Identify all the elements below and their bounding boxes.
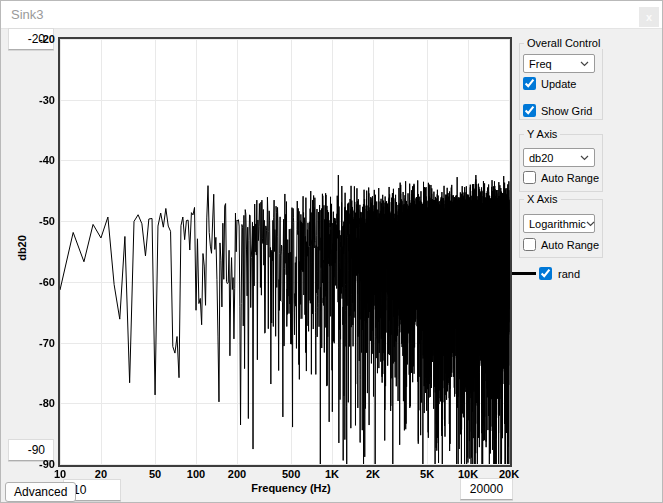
x-tick-label: 10 [40, 469, 80, 480]
chevron-down-icon [580, 155, 589, 161]
x-tick-label: 5K [407, 469, 447, 480]
x-axis-group-label: X Axis [524, 193, 561, 205]
overall-control-dropdown-value: Freq [529, 58, 552, 70]
x-tick-label: 50 [135, 469, 175, 480]
y-axis-dropdown-value: db20 [529, 152, 553, 164]
advanced-button[interactable]: Advanced [5, 482, 76, 502]
x-auto-range-row: Auto Range [523, 238, 599, 251]
x-tick-label: 1K [312, 469, 352, 480]
x-tick-label: 200 [217, 469, 257, 480]
update-row: Update [523, 77, 576, 90]
y-tick-label: -60 [1, 277, 55, 288]
y-axis-dropdown[interactable]: db20 [523, 148, 595, 167]
legend-series-label: rand [558, 268, 580, 280]
chevron-down-icon [586, 221, 595, 227]
x-auto-range-checkbox[interactable] [523, 238, 536, 251]
y-auto-range-label: Auto Range [541, 172, 599, 184]
show-grid-label: Show Grid [541, 105, 592, 117]
legend-series-checkbox[interactable] [539, 267, 552, 280]
plot-canvas[interactable] [60, 39, 510, 465]
y-tick-label: -30 [1, 95, 55, 106]
x-auto-range-label: Auto Range [541, 239, 599, 251]
y-auto-range-checkbox[interactable] [523, 171, 536, 184]
show-grid-checkbox[interactable] [523, 104, 536, 117]
y-tick-label: -80 [1, 398, 55, 409]
x-tick-label: 20 [81, 469, 121, 480]
x-tick-label: 500 [271, 469, 311, 480]
y-auto-range-row: Auto Range [523, 171, 599, 184]
x-tick-label: 100 [176, 469, 216, 480]
overall-control-dropdown[interactable]: Freq [523, 54, 595, 73]
group-overall-control: Overall Control Freq Update Show Grid [519, 43, 603, 120]
x-axis-dropdown[interactable]: Logarithmic [523, 214, 595, 233]
group-x-axis: X Axis Logarithmic Auto Range [519, 199, 603, 258]
plot-area[interactable] [58, 37, 512, 467]
y-tick-label: -50 [1, 216, 55, 227]
x-axis-dropdown-value: Logarithmic [529, 218, 586, 230]
y-tick-label: -70 [1, 338, 55, 349]
x-tick-label: 20K [489, 469, 529, 480]
legend-line-swatch [512, 272, 536, 275]
y-axis-group-label: Y Axis [524, 128, 560, 140]
window-title: Sink3 [11, 7, 44, 22]
chevron-down-icon [580, 61, 589, 67]
legend: rand [511, 266, 631, 282]
y-tick-label: -40 [1, 155, 55, 166]
group-y-axis: Y Axis db20 Auto Range [519, 134, 603, 192]
x-max-field[interactable] [460, 478, 513, 500]
show-grid-row: Show Grid [523, 104, 592, 117]
update-label: Update [541, 78, 576, 90]
x-tick-label: 2K [353, 469, 393, 480]
sink-window: Sink3 x -20-30-40-50-60-70-80-90 1020501… [0, 0, 663, 503]
y-axis-label: db20 [16, 235, 28, 261]
overall-control-group-label: Overall Control [524, 37, 603, 49]
x-tick-label: 10K [448, 469, 488, 480]
y-tick-label: -20 [1, 34, 55, 45]
x-axis-label: Frequency (Hz) [206, 482, 376, 494]
update-checkbox[interactable] [523, 77, 536, 90]
close-icon[interactable]: x [639, 7, 659, 27]
window-titlebar: Sink3 x [1, 1, 662, 29]
